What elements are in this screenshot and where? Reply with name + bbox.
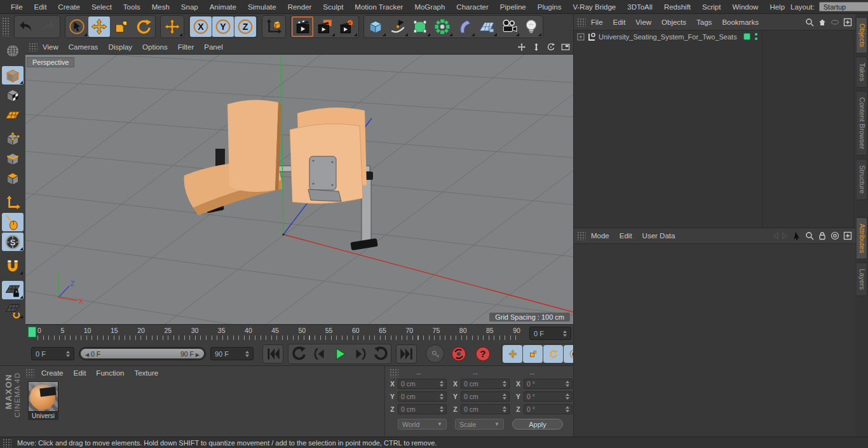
apply-button[interactable]: Apply xyxy=(512,419,563,430)
spinner-arrows-icon[interactable] xyxy=(242,351,249,357)
menu-item[interactable]: Sculpt xyxy=(317,2,349,12)
search-icon[interactable] xyxy=(805,231,814,240)
spinner-arrows-icon[interactable] xyxy=(560,330,567,337)
add-panel-icon[interactable] xyxy=(843,231,852,240)
add-spline-button[interactable] xyxy=(387,17,409,37)
history-arrows-icon[interactable] xyxy=(772,231,789,240)
toggle-view-icon[interactable] xyxy=(561,43,570,51)
materials-panel-grip[interactable] xyxy=(25,369,34,377)
position-z-field[interactable]: 0 cm xyxy=(398,404,447,414)
pointer-icon[interactable] xyxy=(792,231,801,240)
menu-item[interactable]: File xyxy=(5,2,29,12)
autokey-button[interactable] xyxy=(449,345,468,363)
menu-item[interactable]: Redshift xyxy=(658,2,696,12)
play-button[interactable] xyxy=(330,345,349,363)
workplane-lock-button[interactable] xyxy=(2,281,24,299)
menu-item[interactable]: Cameras xyxy=(64,42,104,52)
current-frame-field[interactable]: 0 F xyxy=(529,327,571,340)
add-panel-icon[interactable] xyxy=(843,18,852,27)
key-position-button[interactable] xyxy=(503,345,522,363)
menu-item[interactable]: Help xyxy=(764,2,790,12)
add-subdivision-surface-button[interactable] xyxy=(409,17,431,37)
filter-eye-icon[interactable] xyxy=(831,18,839,27)
lock-icon[interactable] xyxy=(818,231,827,240)
goto-end-button[interactable] xyxy=(396,344,417,363)
layout-dropdown[interactable]: Startup ▼ xyxy=(819,2,868,11)
goto-start-button[interactable] xyxy=(262,344,283,363)
tab-content-browser[interactable]: Content Browser xyxy=(857,91,867,156)
menu-item[interactable]: Select xyxy=(86,2,118,12)
add-floor-button[interactable] xyxy=(476,17,498,37)
tab-takes[interactable]: Takes xyxy=(857,57,867,88)
visibility-dots[interactable] xyxy=(755,33,757,40)
add-cloner-button[interactable] xyxy=(431,17,453,37)
menu-item[interactable]: Bookmarks xyxy=(717,17,764,27)
material-thumbnail[interactable] xyxy=(28,381,58,412)
workplane-mode-button[interactable] xyxy=(2,105,24,124)
material-name[interactable]: Universi xyxy=(28,412,58,420)
tab-structure[interactable]: Structure xyxy=(857,159,867,200)
viewport-menu-grip[interactable] xyxy=(29,43,37,51)
menu-item[interactable]: Edit xyxy=(69,368,92,378)
texture-mode-button[interactable] xyxy=(2,86,24,104)
previous-frame-button[interactable] xyxy=(309,345,329,363)
add-deformer-button[interactable] xyxy=(454,17,475,37)
toolbar-grip[interactable] xyxy=(2,17,10,36)
viewport-3d[interactable]: Perspective Grid Spacing : 100 cm Y Z X xyxy=(25,55,573,324)
last-used-tool-button[interactable] xyxy=(161,17,183,37)
rotation-x-field[interactable]: 0 ° xyxy=(524,379,573,389)
object-row[interactable]: University_Seating_System_For_Two_Seats xyxy=(574,31,855,43)
make-editable-button[interactable] xyxy=(2,42,24,60)
menu-item[interactable]: Tools xyxy=(118,2,146,12)
menu-item[interactable]: MoGraph xyxy=(409,2,451,12)
menu-item[interactable]: V-Ray Bridge xyxy=(567,2,621,12)
timeline-ticks[interactable]: 051015202530354045505560657075808590 xyxy=(36,327,524,342)
expand-toggle-icon[interactable] xyxy=(577,33,585,41)
menu-item[interactable]: Pipeline xyxy=(494,2,532,12)
polygons-mode-button[interactable] xyxy=(2,169,24,187)
menu-item[interactable]: Create xyxy=(36,368,69,378)
menu-item[interactable]: Function xyxy=(91,368,129,378)
add-light-button[interactable] xyxy=(520,17,542,37)
range-start-field[interactable]: 0 F xyxy=(31,347,74,360)
menu-item[interactable]: Character xyxy=(451,2,494,12)
redo-button[interactable] xyxy=(37,17,59,37)
edges-mode-button[interactable] xyxy=(2,149,24,168)
zoom-view-icon[interactable] xyxy=(532,43,541,51)
coordinate-system-dropdown[interactable]: World▼ xyxy=(398,419,447,430)
menu-item[interactable]: Objects xyxy=(656,17,691,27)
rotation-y-field[interactable]: 0 ° xyxy=(524,391,573,402)
x-axis-lock-button[interactable]: X xyxy=(190,17,212,37)
add-cube-button[interactable] xyxy=(365,17,386,37)
move-tool-button[interactable] xyxy=(88,17,110,37)
spinner-arrows-icon[interactable] xyxy=(63,351,70,357)
menu-item[interactable]: Display xyxy=(103,42,137,52)
view-mode-label[interactable]: Perspective xyxy=(27,57,74,67)
menu-item[interactable]: Create xyxy=(52,2,86,12)
menu-item[interactable]: File xyxy=(586,17,608,27)
model-mode-button[interactable] xyxy=(2,66,24,85)
menu-item[interactable]: Edit xyxy=(608,17,631,27)
menu-item[interactable]: Edit xyxy=(29,2,53,12)
record-key-button[interactable] xyxy=(426,344,444,363)
menu-item[interactable]: View xyxy=(37,42,64,52)
rotation-z-field[interactable]: 0 ° xyxy=(524,404,573,414)
size-y-field[interactable]: 0 cm xyxy=(461,391,510,402)
magnet-snap-button[interactable] xyxy=(2,257,24,275)
object-enabled-toggle[interactable] xyxy=(743,33,750,40)
tab-layers[interactable]: Layers xyxy=(857,262,867,296)
next-key-button[interactable] xyxy=(370,345,390,363)
menu-item[interactable]: User Data xyxy=(637,231,681,241)
menu-item[interactable]: Plugins xyxy=(532,2,567,12)
enable-axis-button[interactable] xyxy=(2,193,24,212)
previous-key-button[interactable] xyxy=(289,345,309,363)
menu-item[interactable]: Animate xyxy=(204,2,242,12)
size-z-field[interactable]: 0 cm xyxy=(461,404,510,414)
menu-item[interactable]: 3DToAll xyxy=(621,2,658,12)
key-scale-button[interactable] xyxy=(523,345,543,363)
playback-help-button[interactable]: ? xyxy=(473,345,492,363)
attributes-panel-grip[interactable] xyxy=(577,231,586,240)
menu-item[interactable]: Simulate xyxy=(242,2,282,12)
render-view-button[interactable] xyxy=(292,17,313,37)
rotate-tool-button[interactable] xyxy=(133,17,154,37)
